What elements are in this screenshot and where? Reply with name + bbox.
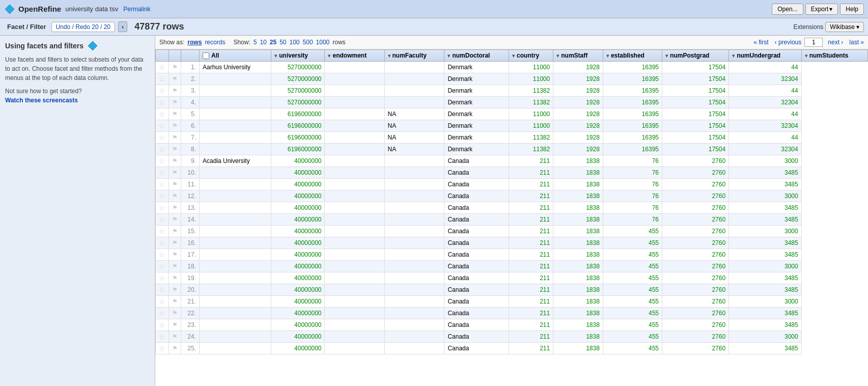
star-cell[interactable]: ☆ [156, 214, 169, 226]
col-dropdown-numStaff[interactable]: ▾ [556, 53, 559, 59]
col-dropdown-numDoctoral[interactable]: ▾ [447, 53, 450, 59]
next-button[interactable]: next › [828, 39, 843, 46]
flag-icon[interactable]: ⚑ [172, 75, 178, 82]
star-cell[interactable]: ☆ [156, 202, 169, 214]
col-header-university[interactable]: ▾university [271, 50, 325, 62]
flag-icon[interactable]: ⚑ [172, 87, 178, 94]
flag-icon[interactable]: ⚑ [172, 216, 178, 223]
flag-cell[interactable]: ⚑ [169, 261, 181, 272]
flag-cell[interactable]: ⚑ [169, 237, 181, 249]
show-25-link[interactable]: 25 [270, 39, 276, 46]
flag-icon[interactable]: ⚑ [172, 169, 178, 176]
col-dropdown-numStudents[interactable]: ▾ [805, 53, 807, 59]
flag-icon[interactable]: ⚑ [172, 204, 178, 211]
star-icon[interactable]: ☆ [159, 321, 165, 329]
flag-icon[interactable]: ⚑ [172, 122, 178, 129]
star-cell[interactable]: ☆ [156, 319, 169, 331]
flag-icon[interactable]: ⚑ [172, 251, 178, 258]
flag-cell[interactable]: ⚑ [169, 85, 181, 97]
star-icon[interactable]: ☆ [159, 63, 165, 71]
flag-cell[interactable]: ⚑ [169, 132, 181, 144]
col-dropdown-endowment[interactable]: ▾ [328, 53, 330, 59]
star-cell[interactable]: ☆ [156, 237, 169, 249]
star-cell[interactable]: ☆ [156, 97, 169, 108]
star-icon[interactable]: ☆ [159, 274, 165, 282]
star-cell[interactable]: ☆ [156, 108, 169, 120]
show-10-link[interactable]: 10 [260, 39, 266, 46]
permalink-link[interactable]: Permalink [123, 6, 150, 13]
star-icon[interactable]: ☆ [159, 133, 165, 142]
flag-cell[interactable]: ⚑ [169, 202, 181, 214]
col-header-all[interactable]: All [200, 50, 271, 62]
undo-redo-button[interactable]: Undo / Redo 20 / 20 [51, 22, 115, 32]
star-cell[interactable]: ☆ [156, 331, 169, 343]
star-icon[interactable]: ☆ [159, 75, 165, 83]
show-5-link[interactable]: 5 [254, 39, 257, 46]
col-header-numStudents[interactable]: ▾numStudents [801, 50, 867, 62]
flag-icon[interactable]: ⚑ [172, 228, 178, 235]
col-header-numUndergrad[interactable]: ▾numUndergrad [729, 50, 802, 62]
star-icon[interactable]: ☆ [159, 157, 165, 165]
rows-view-link[interactable]: rows [187, 39, 202, 46]
star-icon[interactable]: ☆ [159, 87, 165, 95]
open-button[interactable]: Open... [772, 4, 803, 15]
star-icon[interactable]: ☆ [159, 227, 165, 235]
col-header-established[interactable]: ▾established [603, 50, 662, 62]
flag-cell[interactable]: ⚑ [169, 120, 181, 132]
help-button[interactable]: Help [840, 4, 864, 15]
flag-icon[interactable]: ⚑ [172, 181, 178, 188]
select-all-checkbox[interactable] [203, 52, 209, 59]
star-cell[interactable]: ☆ [156, 132, 169, 144]
star-cell[interactable]: ☆ [156, 284, 169, 296]
flag-cell[interactable]: ⚑ [169, 214, 181, 226]
star-icon[interactable]: ☆ [159, 309, 165, 317]
star-cell[interactable]: ☆ [156, 73, 169, 85]
col-header-numFaculty[interactable]: ▾numFaculty [384, 50, 444, 62]
flag-cell[interactable]: ⚑ [169, 284, 181, 296]
flag-icon[interactable]: ⚑ [172, 111, 178, 118]
show-100-link[interactable]: 100 [290, 39, 300, 46]
wikibase-button[interactable]: Wikibase ▾ [825, 22, 864, 32]
flag-cell[interactable]: ⚑ [169, 167, 181, 179]
star-cell[interactable]: ☆ [156, 296, 169, 308]
screencasts-link[interactable]: Watch these screencasts [5, 97, 78, 104]
star-cell[interactable]: ☆ [156, 120, 169, 132]
flag-cell[interactable]: ⚑ [169, 62, 181, 73]
star-icon[interactable]: ☆ [159, 262, 165, 270]
first-button[interactable]: « first [753, 39, 768, 46]
star-icon[interactable]: ☆ [159, 180, 165, 188]
flag-cell[interactable]: ⚑ [169, 343, 181, 354]
star-icon[interactable]: ☆ [159, 145, 165, 153]
star-icon[interactable]: ☆ [159, 204, 165, 212]
col-dropdown-country[interactable]: ▾ [512, 53, 515, 59]
records-view-link[interactable]: records [205, 39, 225, 46]
star-icon[interactable]: ☆ [159, 286, 165, 294]
flag-icon[interactable]: ⚑ [172, 298, 178, 305]
collapse-button[interactable]: ‹ [118, 21, 127, 32]
star-icon[interactable]: ☆ [159, 192, 165, 200]
star-icon[interactable]: ☆ [159, 215, 165, 224]
flag-icon[interactable]: ⚑ [172, 192, 178, 200]
flag-icon[interactable]: ⚑ [172, 239, 178, 246]
flag-cell[interactable]: ⚑ [169, 296, 181, 308]
star-cell[interactable]: ☆ [156, 343, 169, 354]
flag-cell[interactable]: ⚑ [169, 272, 181, 284]
star-cell[interactable]: ☆ [156, 249, 169, 261]
star-cell[interactable]: ☆ [156, 85, 169, 97]
star-cell[interactable]: ☆ [156, 261, 169, 272]
col-header-endowment[interactable]: ▾endowment [325, 50, 384, 62]
flag-icon[interactable]: ⚑ [172, 286, 178, 293]
col-header-numPostgrad[interactable]: ▾numPostgrad [662, 50, 729, 62]
show-500-link[interactable]: 500 [303, 39, 313, 46]
previous-button[interactable]: ‹ previous [775, 39, 802, 46]
flag-cell[interactable]: ⚑ [169, 97, 181, 108]
flag-cell[interactable]: ⚑ [169, 179, 181, 190]
star-cell[interactable]: ☆ [156, 308, 169, 319]
star-cell[interactable]: ☆ [156, 272, 169, 284]
flag-cell[interactable]: ⚑ [169, 249, 181, 261]
flag-icon[interactable]: ⚑ [172, 321, 178, 328]
star-cell[interactable]: ☆ [156, 226, 169, 237]
star-cell[interactable]: ☆ [156, 179, 169, 190]
flag-icon[interactable]: ⚑ [172, 333, 178, 340]
flag-icon[interactable]: ⚑ [172, 64, 178, 71]
